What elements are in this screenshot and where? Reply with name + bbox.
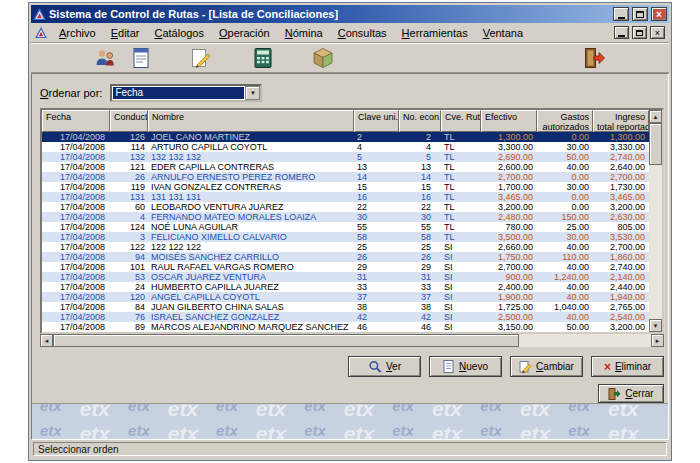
col-header-clave[interactable]: Clave uni.	[354, 110, 399, 132]
cell-ingreso: 1,730.00	[593, 182, 649, 192]
grid-row[interactable]: 17/04/2008122122 122 1222525SI2,660.0040…	[42, 242, 649, 252]
cell-ruta: TL	[441, 152, 481, 162]
cell-clave: 16	[354, 192, 399, 202]
grid-row[interactable]: 17/04/2008132132 132 13255TL2,690.0050.0…	[42, 152, 649, 162]
menu-item-nomina[interactable]: Nómina	[278, 25, 330, 41]
report-icon[interactable]	[128, 45, 154, 71]
cell-conductor: 26	[110, 172, 148, 182]
cell-conductor: 24	[110, 282, 148, 292]
cell-efectivo: 1,700.00	[481, 182, 537, 192]
grid-row[interactable]: 17/04/200876ISRAEL SANCHEZ GONZALEZ4242S…	[42, 312, 649, 322]
horizontal-scroll-track[interactable]	[53, 334, 651, 347]
menu-item-herramientas[interactable]: Herramientas	[395, 25, 475, 41]
eliminar-button[interactable]: × Eliminar	[591, 356, 664, 377]
cell-econ: 14	[399, 172, 441, 182]
cell-gastos: 40.00	[537, 282, 593, 292]
grid-row[interactable]: 17/04/2008120ANGEL CAPILLA COYOTL3737SI1…	[42, 292, 649, 302]
menu-item-catalogos[interactable]: Catálogos	[147, 25, 211, 41]
maximize-icon	[636, 11, 644, 18]
grid-row[interactable]: 17/04/200826ARNULFO ERNESTO PEREZ ROMERO…	[42, 172, 649, 182]
grid-row[interactable]: 17/04/2008101RAUL RAFAEL VARGAS ROMERO29…	[42, 262, 649, 272]
scroll-down-button[interactable]: ▼	[649, 319, 662, 332]
cell-fecha: 17/04/2008	[42, 302, 110, 312]
scroll-up-button[interactable]: ▲	[649, 110, 662, 123]
grid-row[interactable]: 17/04/2008126JOEL CANO MARTINEZ22TL1,300…	[42, 132, 649, 142]
package-icon[interactable]	[310, 45, 336, 71]
cell-ruta: TL	[441, 162, 481, 172]
cell-nombre: RAUL RAFAEL VARGAS ROMERO	[148, 262, 354, 272]
edit-icon[interactable]	[188, 45, 214, 71]
menu-item-editar[interactable]: Editar	[104, 25, 147, 41]
grid-row[interactable]: 17/04/200824HUMBERTO CAPILLA JUAREZ3333S…	[42, 282, 649, 292]
cell-efectivo: 2,400.00	[481, 282, 537, 292]
cell-nombre: IVAN GONZALEZ CONTRERAS	[148, 182, 354, 192]
cell-econ: 5	[399, 152, 441, 162]
combo-dropdown-button[interactable]: ▼	[245, 86, 260, 100]
col-header-fecha[interactable]: Fecha	[42, 110, 110, 132]
users-icon[interactable]	[92, 45, 118, 71]
cerrar-button[interactable]: Cerrar	[598, 384, 664, 403]
grid-vertical-scrollbar[interactable]: ▲ ▼	[649, 110, 662, 332]
mdi-close-button[interactable]: ×	[650, 26, 665, 39]
grid-row[interactable]: 17/04/20084FERNANDO MATEO MORALES LOAIZA…	[42, 212, 649, 222]
grid-row[interactable]: 17/04/2008114ARTURO CAPILLA COYOTL44TL3,…	[42, 142, 649, 152]
cell-efectivo: 3,500.00	[481, 232, 537, 242]
grid-row[interactable]: 17/04/200894MOISÉS SANCHEZ CARRILLO2626S…	[42, 252, 649, 262]
scroll-left-button[interactable]: ◄	[40, 334, 53, 347]
watermark-text: etx	[256, 422, 286, 439]
grid-row[interactable]: 17/04/2008124NOÉ LUNA AGUILAR5555TL780.0…	[42, 222, 649, 232]
menu-item-ventana[interactable]: Ventana	[476, 25, 530, 41]
cell-conductor: 121	[110, 162, 148, 172]
col-header-efectivo[interactable]: Efectivo	[481, 110, 537, 132]
col-header-gastos[interactable]: Gastosautorizados	[537, 110, 593, 132]
cell-efectivo: 2,690.00	[481, 152, 537, 162]
menu-item-consultas[interactable]: Consultas	[331, 25, 394, 41]
maximize-button[interactable]	[632, 7, 648, 21]
col-header-conductor[interactable]: Conductor	[110, 110, 148, 132]
watermark-text: etx	[480, 422, 502, 439]
minimize-button[interactable]	[613, 7, 629, 21]
cambiar-button[interactable]: Cambiar	[510, 356, 583, 377]
grid-row[interactable]: 17/04/2008119IVAN GONZALEZ CONTRERAS1515…	[42, 182, 649, 192]
grid-row[interactable]: 17/04/2008131131 131 1311616TL3,465.000.…	[42, 192, 649, 202]
cell-ruta: SI	[441, 272, 481, 282]
scroll-right-button[interactable]: ►	[651, 334, 664, 347]
cell-gastos: 40.00	[537, 242, 593, 252]
cell-nombre: JOEL CANO MARTINEZ	[148, 132, 354, 142]
grid-horizontal-scrollbar[interactable]: ◄ ►	[40, 334, 664, 347]
vertical-scroll-track[interactable]	[649, 123, 662, 319]
cell-efectivo: 2,480.00	[481, 212, 537, 222]
col-header-ingreso[interactable]: Ingresototal reportado	[593, 110, 649, 132]
ver-button[interactable]: Ver	[348, 356, 421, 377]
cell-efectivo: 2,660.00	[481, 242, 537, 252]
new-document-icon	[443, 360, 455, 373]
grid-row[interactable]: 17/04/2008121EDER CAPILLA CONTRERAS1313T…	[42, 162, 649, 172]
nuevo-button[interactable]: Nuevo	[429, 356, 502, 377]
cell-econ: 4	[399, 142, 441, 152]
close-button[interactable]: ×	[651, 7, 667, 21]
menu-item-operacion[interactable]: Operación	[212, 25, 277, 41]
grid-row[interactable]: 17/04/200853OSCAR JUAREZ VENTURA3131SI90…	[42, 272, 649, 282]
mdi-minimize-button[interactable]	[614, 26, 629, 39]
col-header-ruta[interactable]: Cve. Ruta	[441, 110, 481, 132]
exit-icon[interactable]	[581, 45, 607, 71]
horizontal-scroll-thumb[interactable]	[53, 334, 519, 347]
col-header-econ[interactable]: No. econ.	[399, 110, 441, 132]
cell-clave: 31	[354, 272, 399, 282]
mdi-restore-button[interactable]	[632, 26, 647, 39]
cell-clave: 46	[354, 322, 399, 332]
calculator-icon[interactable]	[250, 45, 276, 71]
grid-row[interactable]: 17/04/20083FELICIANO XIMELLO CALVARIO585…	[42, 232, 649, 242]
cell-clave: 33	[354, 282, 399, 292]
col-header-nombre[interactable]: Nombre	[148, 110, 354, 132]
cell-econ: 26	[399, 252, 441, 262]
sort-combobox[interactable]: Fecha ▼	[110, 84, 262, 102]
cell-conductor: 3	[110, 232, 148, 242]
menu-item-archivo[interactable]: Archivo	[52, 25, 103, 41]
grid-row[interactable]: 17/04/200860LEOBARDO VENTURA JUAREZ2222T…	[42, 202, 649, 212]
grid-row[interactable]: 17/04/200889MARCOS ALEJANDRINO MARQUEZ S…	[42, 322, 649, 332]
delete-x-icon: ×	[604, 362, 611, 372]
ver-button-label: Ver	[386, 361, 401, 372]
grid-row[interactable]: 17/04/200884JUAN GILBERTO CHINA SALAS383…	[42, 302, 649, 312]
vertical-scroll-thumb[interactable]	[649, 123, 662, 165]
